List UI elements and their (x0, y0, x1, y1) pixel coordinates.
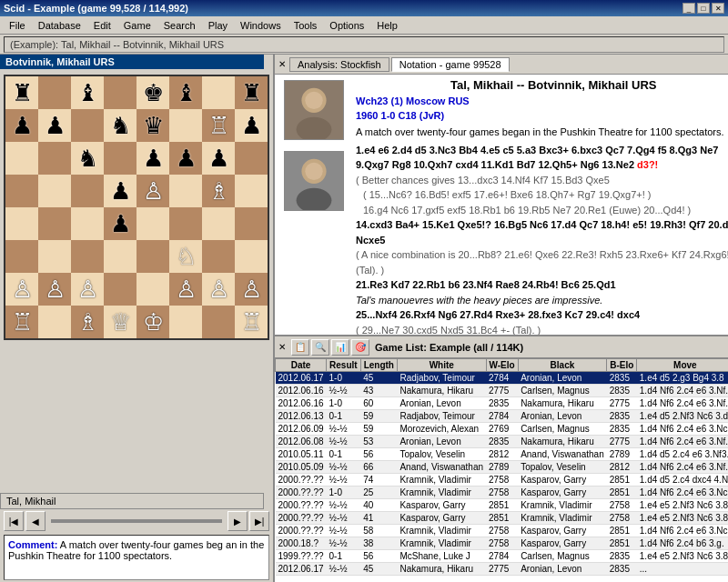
chess-square[interactable]: ♙ (71, 273, 104, 306)
table-row[interactable]: 2010.05.09½-½66Anand, Viswanathan2789Top… (276, 461, 729, 474)
col-header-black[interactable]: Black (518, 359, 607, 372)
menu-search[interactable]: Search (158, 18, 201, 33)
table-row[interactable]: 2012.06.17½-½45Nakamura, Hikaru2775Aroni… (276, 563, 729, 576)
table-row[interactable]: 2000.??.??½-½74Kramnik, Vladimir2758Kasp… (276, 474, 729, 487)
chess-square[interactable]: ♙ (5, 273, 38, 306)
table-row[interactable]: 1999.??.??0-156McShane, Luke J2784Carlse… (276, 550, 729, 563)
chess-square[interactable]: ♙ (202, 273, 235, 306)
position-slider[interactable] (51, 519, 222, 523)
chess-square[interactable] (5, 240, 38, 273)
chess-square[interactable]: ♟ (169, 142, 202, 175)
nav-prev[interactable]: ◀ (25, 511, 46, 531)
chess-square[interactable] (104, 240, 136, 273)
chess-square[interactable] (71, 109, 104, 142)
menu-game[interactable]: Game (118, 18, 157, 33)
chess-square[interactable] (169, 109, 202, 142)
chess-square[interactable]: ♖ (5, 306, 38, 338)
table-row[interactable]: 2000.??.??½-½40Kasparov, Garry2851Kramni… (276, 499, 729, 512)
chess-square[interactable] (169, 207, 202, 240)
chess-square[interactable]: ♔ (136, 306, 169, 338)
chess-square[interactable] (71, 240, 104, 273)
chess-square[interactable] (71, 175, 104, 207)
chess-square[interactable]: ♚ (136, 76, 169, 109)
menu-play[interactable]: Play (203, 18, 233, 33)
chess-square[interactable]: ♞ (104, 109, 136, 142)
chess-square[interactable]: ♙ (136, 175, 169, 207)
gamelist-icon-3[interactable]: 📊 (331, 339, 349, 356)
chess-square[interactable] (202, 240, 235, 273)
chess-square[interactable] (169, 175, 202, 207)
table-row[interactable]: 2000.18.?½-½38Kramnik, Vladimir2758Kaspa… (276, 537, 729, 550)
table-row[interactable]: 2000.??.??½-½58Kramnik, Vladimir2758Kasp… (276, 525, 729, 537)
chess-square[interactable]: ♛ (136, 109, 169, 142)
chess-square[interactable]: ♖ (235, 306, 268, 338)
chess-square[interactable]: ♙ (38, 273, 71, 306)
chess-square[interactable]: ♟ (104, 207, 136, 240)
chess-square[interactable] (71, 207, 104, 240)
nav-end[interactable]: ▶| (249, 511, 269, 531)
chess-square[interactable]: ♟ (5, 109, 38, 142)
menu-edit[interactable]: Edit (88, 18, 116, 33)
chess-square[interactable] (235, 142, 268, 175)
chess-square[interactable] (38, 76, 71, 109)
chess-square[interactable] (5, 142, 38, 175)
close-button[interactable]: ✕ (712, 3, 724, 14)
chess-square[interactable] (136, 207, 169, 240)
tab-notation[interactable]: Notation - game 99528 (391, 57, 510, 72)
chess-square[interactable] (136, 273, 169, 306)
tab-analysis[interactable]: Analysis: Stockfish (289, 57, 389, 72)
chess-square[interactable]: ♟ (235, 109, 268, 142)
chess-square[interactable] (136, 240, 169, 273)
menu-file[interactable]: File (4, 18, 31, 33)
col-header-date[interactable]: Date (276, 359, 327, 372)
chess-square[interactable] (38, 175, 71, 207)
col-header-move[interactable]: Move (637, 359, 728, 372)
chess-square[interactable] (5, 207, 38, 240)
col-header-belo[interactable]: B-Elo (607, 359, 637, 372)
chess-square[interactable]: ♝ (71, 76, 104, 109)
chess-square[interactable]: ♕ (104, 306, 136, 338)
gamelist-icon-1[interactable]: 📋 (291, 339, 309, 356)
table-row[interactable]: 2012.06.16½-½43Nakamura, Hikaru2775Carls… (276, 385, 729, 397)
chess-square[interactable] (5, 175, 38, 207)
nav-start[interactable]: |◀ (4, 511, 24, 531)
chess-square[interactable]: ♙ (169, 273, 202, 306)
chess-square[interactable]: ♖ (202, 109, 235, 142)
menu-options[interactable]: Options (324, 18, 369, 33)
table-row[interactable]: 2012.06.171-045Radjabov, Teimour2784Aron… (276, 372, 729, 385)
table-row[interactable]: 2012.06.161-060Aronian, Levon2835Nakamur… (276, 397, 729, 410)
maximize-button[interactable]: □ (697, 3, 710, 14)
chess-square[interactable]: ♗ (71, 306, 104, 338)
table-row[interactable]: 2012.06.130-159Radjabov, Teimour2784Aron… (276, 410, 729, 423)
chess-square[interactable] (202, 306, 235, 338)
gamelist-close-icon[interactable]: ✕ (278, 342, 286, 352)
chess-board[interactable]: ♜♝♚♝♜♟♟♞♛♖♟♞♟♟♟♟♙♗♟♘♙♙♙♙♙♙♖♗♕♔♖ (4, 75, 269, 340)
chess-square[interactable] (235, 207, 268, 240)
gamelist-icon-2[interactable]: 🔍 (311, 339, 329, 356)
col-header-result[interactable]: Result (327, 359, 361, 372)
menu-help[interactable]: Help (371, 18, 403, 33)
table-row[interactable]: 2012.06.08½-½53Aronian, Levon2835Nakamur… (276, 436, 729, 448)
col-header-length[interactable]: Length (360, 359, 397, 372)
gamelist-icon-4[interactable]: 🎯 (351, 339, 369, 356)
nav-next[interactable]: ▶ (228, 511, 248, 531)
menu-database[interactable]: Database (33, 18, 86, 33)
table-row[interactable]: 2000.??.??1-025Kramnik, Vladimir2758Kasp… (276, 487, 729, 499)
col-header-white[interactable]: White (397, 359, 486, 372)
chess-square[interactable]: ♝ (169, 76, 202, 109)
chess-square[interactable] (202, 76, 235, 109)
chess-square[interactable]: ♙ (235, 273, 268, 306)
table-row[interactable]: 2000.??.??½-½41Kasparov, Garry2851Kramni… (276, 512, 729, 525)
menu-tools[interactable]: Tools (288, 18, 323, 33)
table-row[interactable]: 2012.06.09½-½59Morozevich, Alexan2769Car… (276, 423, 729, 436)
chess-square[interactable]: ♞ (71, 142, 104, 175)
chess-square[interactable] (38, 240, 71, 273)
chess-square[interactable]: ♟ (136, 142, 169, 175)
chess-square[interactable] (38, 207, 71, 240)
chess-square[interactable] (235, 240, 268, 273)
chess-square[interactable]: ♟ (202, 142, 235, 175)
chess-square[interactable] (104, 142, 136, 175)
chess-square[interactable]: ♘ (169, 240, 202, 273)
game-table[interactable]: Date Result Length White W-Elo Black B-E… (275, 358, 728, 582)
chess-square[interactable] (104, 76, 136, 109)
